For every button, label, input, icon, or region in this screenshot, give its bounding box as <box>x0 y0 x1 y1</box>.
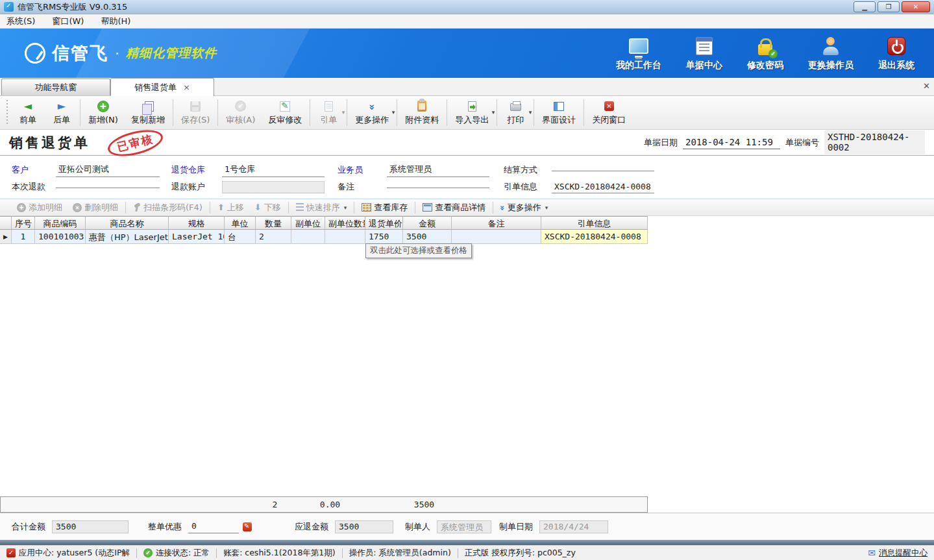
more-actions-button[interactable]: 更多操作▾ <box>349 96 395 129</box>
app-icon <box>4 2 14 12</box>
cell-unit[interactable]: 台 <box>225 230 256 244</box>
total-label: 合计金额 <box>12 521 45 533</box>
ref-info-field[interactable]: XSCKD-20180424-0008 <box>552 181 654 193</box>
menu-window[interactable]: 窗口(W) <box>52 16 84 27</box>
col-product-code[interactable]: 商品编码 <box>35 216 86 230</box>
workbench-button[interactable]: 我的工作台 <box>616 35 661 71</box>
add-circle-icon <box>17 203 26 212</box>
detail-grid: 序号 商品编码 商品名称 规格 单位 数量 副单位 副单位数量 退货单价 金额 … <box>0 216 934 513</box>
make-date-label: 制单日期 <box>499 521 533 533</box>
cell-spec[interactable]: LaserJet 1020 <box>169 230 225 244</box>
close-window-button[interactable]: 关闭窗口 <box>585 96 632 129</box>
cell-seq[interactable]: 1 <box>12 230 35 244</box>
cell-amount[interactable]: 3500 <box>403 230 452 244</box>
doc-date-label: 单据日期 <box>644 137 678 149</box>
col-qty[interactable]: 数量 <box>256 216 291 230</box>
tab-close-icon[interactable]: × <box>183 82 190 92</box>
prev-doc-button[interactable]: 前单 <box>11 96 45 129</box>
operator-status: 操作员: 系统管理员(admin) <box>349 548 451 559</box>
exit-system-button[interactable]: 退出系统 <box>878 35 915 71</box>
exit-power-icon <box>887 37 905 55</box>
dropdown-arrow-icon: ▾ <box>545 204 548 211</box>
arrow-left-icon <box>24 100 32 113</box>
cell-remark[interactable] <box>452 230 541 244</box>
discount-edit-icon[interactable] <box>243 522 252 531</box>
copy-new-button[interactable]: 复制新增 <box>125 96 171 129</box>
header-fields: 客户 亚拓公司测试 退货仓库 1号仓库 业务员 系统管理员 结算方式 本次退款 … <box>0 156 934 199</box>
menu-help[interactable]: 帮助(H) <box>101 16 130 27</box>
status-bar: 应用中心: yatuser5 (动态IP解 连接状态: 正常 账套: ceshi… <box>0 545 934 560</box>
document-center-button[interactable]: 单据中心 <box>686 35 722 71</box>
restore-button[interactable]: ❐ <box>878 1 900 12</box>
move-up-button: 上移 <box>213 201 249 215</box>
connection-ok-icon <box>143 548 153 557</box>
cell-ref-info[interactable]: XSCKD-20180424-0008 <box>541 230 648 244</box>
main-toolbar: 前单 后单 新增(N) 复制新增 保存(S) 审核(A) 反审修改 引单▾ 更多… <box>0 96 934 130</box>
ui-design-button[interactable]: 界面设计 <box>535 96 582 129</box>
cell-qty[interactable]: 2 <box>256 230 291 244</box>
tab-sales-return[interactable]: 销售退货单 × <box>110 78 214 96</box>
warehouse-field[interactable]: 1号仓库 <box>222 163 325 177</box>
menu-system[interactable]: 系统(S) <box>6 16 35 27</box>
col-product-name[interactable]: 商品名称 <box>86 216 169 230</box>
col-remark[interactable]: 备注 <box>452 216 541 230</box>
grid-data-row[interactable]: ▶ 1 100101003 惠普（HP）LaserJet LaserJet 10… <box>0 230 934 244</box>
document-icon <box>325 101 333 112</box>
barcode-scanner-icon <box>133 203 141 212</box>
attachments-button[interactable]: 附件资料 <box>399 96 445 129</box>
cell-sub-unit[interactable] <box>291 230 325 244</box>
col-sub-unit[interactable]: 副单位 <box>291 216 325 230</box>
remark-field[interactable] <box>387 186 489 188</box>
col-ref-info[interactable]: 引单信息 <box>541 216 648 230</box>
salesman-field[interactable]: 系统管理员 <box>387 163 489 177</box>
message-center-link[interactable]: 消息提醒中心 <box>868 548 928 559</box>
cell-return-price[interactable]: 1750 <box>365 230 403 244</box>
cell-product-name[interactable]: 惠普（HP）LaserJet <box>86 230 169 244</box>
save-button: 保存(S) <box>175 96 216 129</box>
tabstrip-close-icon[interactable]: ✕ <box>923 81 930 91</box>
envelope-icon <box>868 548 876 558</box>
maker-field: 系统管理员 <box>437 520 491 533</box>
cell-product-code[interactable]: 100101003 <box>35 230 86 244</box>
col-sub-qty[interactable]: 副单位数量 <box>325 216 365 230</box>
change-operator-button[interactable]: 更换操作员 <box>808 35 854 71</box>
view-product-detail-button[interactable]: 查看商品详情 <box>418 201 490 215</box>
col-amount[interactable]: 金额 <box>403 216 452 230</box>
cell-sub-qty[interactable] <box>325 230 365 244</box>
detail-more-actions-button[interactable]: 更多操作▾ <box>496 201 552 215</box>
tab-nav-window[interactable]: 功能导航窗 <box>1 79 110 95</box>
maker-label: 制单人 <box>405 521 430 533</box>
scan-barcode-button: 扫描条形码(F4) <box>129 201 207 215</box>
dropdown-arrow-icon: ▾ <box>492 109 495 116</box>
workbench-monitor-icon <box>629 38 648 54</box>
import-export-button[interactable]: 导入导出▾ <box>449 96 495 129</box>
next-doc-button[interactable]: 后单 <box>45 96 79 129</box>
customer-field[interactable]: 亚拓公司测试 <box>56 163 160 177</box>
col-seq[interactable]: 序号 <box>12 216 35 230</box>
check-circle-icon <box>235 101 246 112</box>
col-spec[interactable]: 规格 <box>169 216 225 230</box>
refund-field[interactable] <box>56 186 160 188</box>
change-password-button[interactable]: 修改密码 <box>747 35 783 71</box>
arrow-down-icon <box>254 202 262 212</box>
chevrons-down-icon <box>498 205 508 209</box>
refundable-field: 3500 <box>335 520 393 533</box>
brand-banner: 信管飞 · 精细化管理软件 我的工作台 单据中心 修改密码 更换操作员 退出系统 <box>0 29 934 78</box>
minimize-button[interactable]: ▁ <box>854 1 876 12</box>
summary-amount: 3500 <box>400 500 449 509</box>
view-stock-button[interactable]: 查看库存 <box>357 201 412 215</box>
unaudit-button[interactable]: 反审修改 <box>262 96 308 129</box>
title-bar: 信管飞RMS专业版 V9.0.315 ▁ ❐ ✕ <box>0 0 934 14</box>
col-return-price[interactable]: 退货单价 <box>365 216 403 230</box>
settlement-field[interactable] <box>552 169 654 171</box>
col-unit[interactable]: 单位 <box>225 216 256 230</box>
password-lock-icon <box>758 44 772 55</box>
discount-field[interactable]: 0 <box>188 520 239 533</box>
close-button[interactable]: ✕ <box>902 1 930 12</box>
new-button[interactable]: 新增(N) <box>82 96 125 129</box>
print-button[interactable]: 打印▾ <box>498 96 532 129</box>
doc-date-field[interactable]: 2018-04-24 11:59 <box>683 136 780 149</box>
arrow-right-icon <box>58 100 66 113</box>
refund-account-field <box>222 181 325 193</box>
detail-toolbar: 添加明细 删除明细 扫描条形码(F4) 上移 下移 快速排序▾ 查看库存 查看商… <box>0 199 934 216</box>
